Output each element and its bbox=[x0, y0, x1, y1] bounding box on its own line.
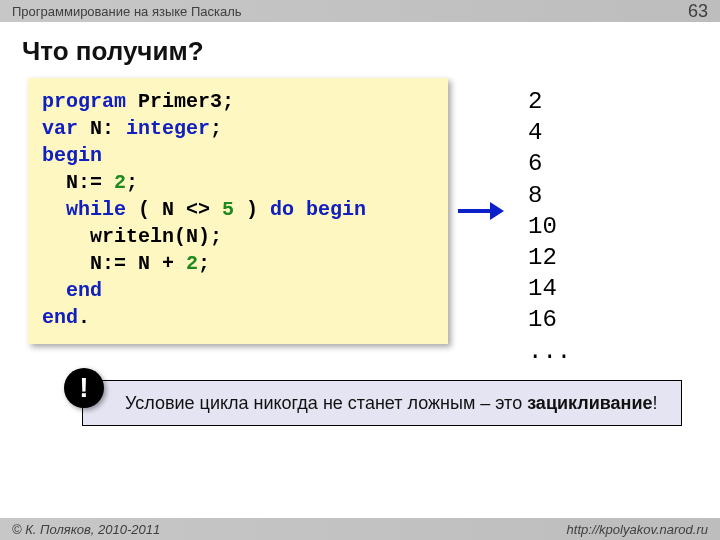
code-token: ; bbox=[210, 117, 222, 140]
code-token: do begin bbox=[270, 198, 366, 221]
note-emphasis: зацикливание bbox=[527, 393, 652, 413]
note-container: Условие цикла никогда не станет ложным –… bbox=[82, 380, 682, 426]
note-box: Условие цикла никогда не станет ложным –… bbox=[82, 380, 682, 426]
footer-strip: © К. Поляков, 2010-2011 http://kpolyakov… bbox=[0, 518, 720, 540]
note-text: Условие цикла никогда не станет ложным –… bbox=[125, 393, 527, 413]
code-token: program bbox=[42, 90, 126, 113]
code-token bbox=[42, 198, 66, 221]
code-token: 2 bbox=[114, 171, 126, 194]
code-listing: program Primer3; var N: integer; begin N… bbox=[42, 88, 434, 331]
code-token: 2 bbox=[186, 252, 198, 275]
code-token: var bbox=[42, 117, 78, 140]
note-text: ! bbox=[653, 393, 658, 413]
code-token: Primer3; bbox=[126, 90, 234, 113]
code-token: N:= N + bbox=[42, 252, 186, 275]
footer-url: http://kpolyakov.narod.ru bbox=[567, 522, 708, 537]
code-token: integer bbox=[126, 117, 210, 140]
program-output: 2 4 6 8 10 12 14 16 ... bbox=[528, 86, 571, 367]
page-number: 63 bbox=[688, 1, 708, 22]
code-token: ; bbox=[126, 171, 138, 194]
code-token: . bbox=[78, 306, 90, 329]
code-token: ) bbox=[234, 198, 270, 221]
code-token: begin bbox=[42, 144, 102, 167]
arrow-icon bbox=[456, 198, 504, 224]
code-token: N:= bbox=[42, 171, 114, 194]
code-token bbox=[42, 279, 66, 302]
copyright: © К. Поляков, 2010-2011 bbox=[12, 522, 160, 537]
svg-marker-1 bbox=[490, 202, 504, 220]
code-token: while bbox=[66, 198, 126, 221]
code-token: ( N <> bbox=[126, 198, 222, 221]
slide-title: Что получим? bbox=[22, 36, 204, 67]
code-token: end bbox=[42, 306, 78, 329]
header-strip: Программирование на языке Паскаль 63 bbox=[0, 0, 720, 22]
code-token: 5 bbox=[222, 198, 234, 221]
exclamation-icon: ! bbox=[64, 368, 104, 408]
code-token: N: bbox=[78, 117, 126, 140]
code-token: ; bbox=[198, 252, 210, 275]
code-token: end bbox=[66, 279, 102, 302]
code-token: writeln(N); bbox=[42, 225, 222, 248]
course-title: Программирование на языке Паскаль bbox=[12, 4, 242, 19]
code-box: program Primer3; var N: integer; begin N… bbox=[28, 78, 448, 344]
slide: Программирование на языке Паскаль 63 Что… bbox=[0, 0, 720, 540]
